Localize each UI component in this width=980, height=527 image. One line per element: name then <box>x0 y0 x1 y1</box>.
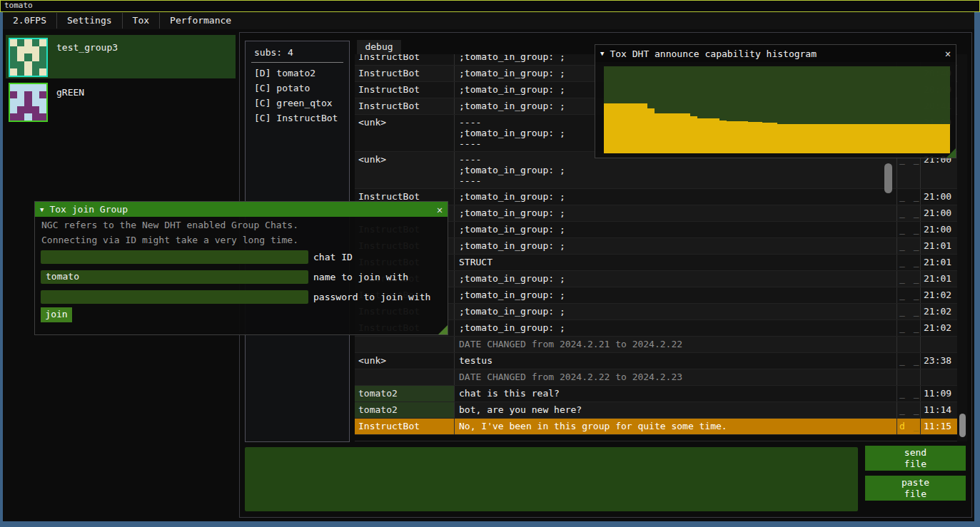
message-pane-scrollbar-thumb[interactable] <box>884 163 892 193</box>
message-input[interactable] <box>245 447 858 511</box>
status-placeholder: _ <box>906 421 921 431</box>
histogram-bar <box>690 116 697 153</box>
message-time: 21:00 <box>921 189 957 205</box>
avatar-pixel <box>17 98 24 106</box>
histogram-bar <box>842 124 849 153</box>
histogram-bar <box>762 123 769 153</box>
message-text: bot, are you new here? <box>455 402 897 418</box>
join-group-window-titlebar[interactable]: ▼ Tox join Group ✕ <box>35 202 448 217</box>
delivered-flag: d <box>899 421 906 431</box>
message-time: 21:01 <box>921 271 957 287</box>
message-sender: InstructBot <box>355 419 455 434</box>
message-text: DATE CHANGED from 2024.2.21 to 2024.2.22 <box>455 337 897 352</box>
join-group-window: ▼ Tox join Group ✕ NGC refers to the New… <box>34 201 448 335</box>
avatar-pixel <box>24 84 31 91</box>
join-button[interactable]: join <box>41 307 72 322</box>
message-time: 21:01 <box>921 255 957 270</box>
histogram-bar <box>892 124 899 153</box>
message-text: ;tomato_in_group: ; <box>455 320 897 336</box>
date-row: DATE CHANGED from 2024.2.21 to 2024.2.22 <box>355 337 957 353</box>
status-placeholder: _ <box>906 224 921 235</box>
message-time <box>921 369 957 385</box>
group-item-test_group3[interactable]: test_group3 <box>6 35 236 78</box>
avatar-pixel <box>17 68 24 76</box>
message-text: STRUCT <box>455 255 897 270</box>
histogram-bar <box>683 113 690 153</box>
message-time <box>921 337 957 352</box>
resize-grip-icon[interactable] <box>438 325 448 334</box>
message-status-flags: _ _ <box>897 402 921 418</box>
dht-histogram-window-title: Tox DHT announce capability histogram <box>610 48 817 59</box>
chat-scrollbar-thumb[interactable] <box>959 414 966 437</box>
chat-id-field[interactable] <box>41 250 308 264</box>
avatar-pixel <box>17 91 24 98</box>
dht-histogram-window-titlebar[interactable]: ▼ Tox DHT announce capability histogram … <box>595 45 956 62</box>
member-item[interactable]: [C] green_qtox <box>246 96 349 111</box>
resize-grip-icon[interactable] <box>946 148 956 158</box>
avatar-pixel <box>32 113 39 121</box>
histogram-bar <box>936 124 943 153</box>
tab-debug[interactable]: debug <box>357 40 401 54</box>
status-placeholder: _ <box>906 290 921 300</box>
message-sender: <unk> <box>355 353 455 369</box>
password-field-label: password to join with <box>313 292 430 302</box>
menu-item-settings[interactable]: Settings <box>57 12 122 29</box>
histogram-bar <box>827 124 834 153</box>
avatar-pixel <box>17 39 24 46</box>
avatar-pixel <box>24 53 31 61</box>
member-item[interactable]: [C] potato <box>246 81 349 96</box>
password-field[interactable] <box>41 290 308 304</box>
status-placeholder: _ <box>906 240 921 251</box>
close-icon[interactable]: ✕ <box>940 48 956 59</box>
paste-file-button[interactable]: paste file <box>865 476 966 501</box>
avatar-pixel <box>10 91 17 98</box>
collapse-arrow-icon[interactable]: ▼ <box>600 50 604 57</box>
histogram-bar <box>813 124 820 153</box>
message-status-flags: d _ <box>897 419 921 434</box>
chat-scrollbar-track[interactable] <box>957 54 967 441</box>
histogram-bar <box>849 124 857 153</box>
close-icon[interactable]: ✕ <box>432 204 448 215</box>
name-field[interactable]: tomato <box>41 270 308 284</box>
group-item-gREEN[interactable]: gREEN <box>6 80 236 123</box>
histogram-bar <box>669 113 676 153</box>
histogram-bar <box>799 124 806 153</box>
avatar-pixel <box>10 106 17 113</box>
status-placeholder: _ <box>906 257 921 267</box>
avatar-pixel <box>32 106 39 113</box>
group-avatar <box>9 38 48 77</box>
send-file-button[interactable]: send file <box>865 446 966 471</box>
message-sender <box>355 369 455 385</box>
avatar-pixel <box>32 53 39 61</box>
message-status-flags <box>897 369 921 385</box>
message-sender: tomato2 <box>355 386 455 401</box>
message-sender: tomato2 <box>355 402 455 418</box>
avatar-pixel <box>39 113 46 121</box>
avatar-pixel <box>10 98 17 106</box>
avatar-pixel <box>17 61 24 68</box>
menu-item-tox[interactable]: Tox <box>123 12 159 29</box>
status-placeholder: _ <box>899 355 906 366</box>
join-field-row: tomatoname to join with <box>41 270 408 284</box>
histogram-bar <box>719 121 727 153</box>
message-status-flags: _ _ <box>897 287 921 303</box>
message-time: 11:09 <box>921 386 957 401</box>
member-item[interactable]: [C] InstructBot <box>246 111 349 126</box>
histogram-bar <box>647 108 655 153</box>
histogram-bar <box>878 124 885 153</box>
member-item[interactable]: [D] tomato2 <box>246 66 349 81</box>
histogram-bar <box>618 103 625 153</box>
collapse-arrow-icon[interactable]: ▼ <box>40 206 44 213</box>
avatar-pixel <box>10 84 17 91</box>
message-time: 21:00 <box>921 222 957 237</box>
histogram-bar <box>835 124 842 153</box>
status-placeholder: _ <box>899 322 906 333</box>
window-titlebar[interactable]: tomato <box>0 0 980 12</box>
avatar-pixel <box>24 46 31 53</box>
menu-item-performance[interactable]: Performance <box>160 12 241 29</box>
histogram-bar <box>857 124 864 153</box>
join-desc-line1: NGC refers to the New DHT enabled Group … <box>35 217 448 232</box>
avatar-pixel <box>32 46 39 53</box>
message-row: tomato2chat is this real?_ _11:09 <box>355 386 957 402</box>
message-text: DATE CHANGED from 2024.2.22 to 2024.2.23 <box>455 369 897 385</box>
